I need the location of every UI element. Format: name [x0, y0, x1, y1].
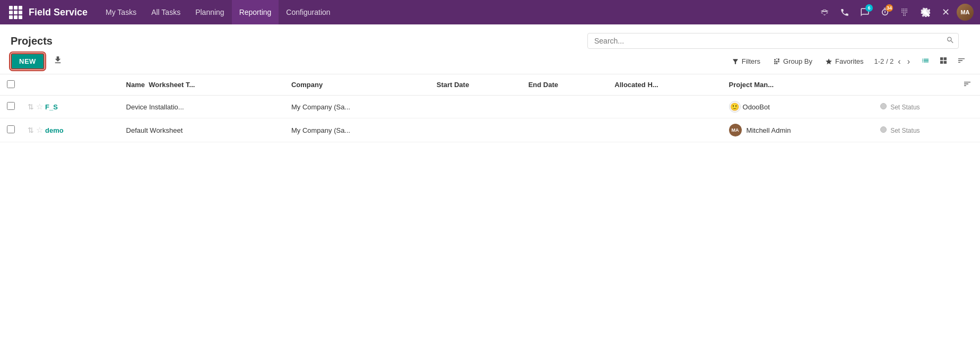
nav-icons-group: 6 34 ✕ MA [816, 3, 974, 21]
row1-checkbox[interactable] [7, 102, 15, 110]
nav-my-tasks[interactable]: My Tasks [98, 0, 144, 24]
filters-button[interactable]: Filters [726, 55, 766, 68]
search-icon[interactable] [946, 36, 955, 46]
col-name[interactable] [21, 74, 120, 96]
row2-status[interactable]: Set Status [874, 118, 980, 142]
nav-planning[interactable]: Planning [188, 0, 232, 24]
table-row: ⇅ ☆ demo Default Worksheet My Company (S… [0, 118, 980, 142]
col-end-date[interactable]: End Date [522, 74, 609, 96]
search-input[interactable] [587, 33, 959, 49]
column-settings-button[interactable] [953, 54, 969, 70]
row2-company: My Company (Sa... [285, 118, 430, 142]
group-by-label: Group By [783, 57, 812, 65]
col-company[interactable]: Company [285, 74, 430, 96]
row2-pm-name: Mitchell Admin [747, 126, 791, 134]
timer-badge: 34 [886, 4, 893, 12]
row2-checkbox-cell[interactable] [0, 118, 21, 142]
wrench-cross-icon-button[interactable]: ✕ [936, 3, 955, 21]
toolbar: NEW Filters Group By Favorites 1-2 / 2 ‹… [0, 49, 980, 74]
row2-controls-name: ⇅ ☆ demo [21, 118, 120, 142]
col-actions [874, 74, 980, 96]
kanban-view-button[interactable] [935, 54, 951, 70]
nav-all-tasks[interactable]: All Tasks [144, 0, 188, 24]
row1-drag-handle[interactable]: ⇅ [28, 102, 34, 111]
row2-drag-handle[interactable]: ⇅ [28, 126, 34, 134]
next-page-button[interactable]: › [905, 56, 912, 67]
user-avatar[interactable]: MA [957, 4, 974, 21]
list-view-button[interactable] [917, 54, 933, 70]
nav-reporting[interactable]: Reporting [232, 0, 279, 24]
favorites-label: Favorites [835, 57, 863, 65]
row1-worksheet: Device Installatio... [120, 96, 285, 118]
row2-name[interactable]: demo [45, 126, 64, 134]
row1-pm-avatar: 🙂 [729, 101, 741, 113]
group-by-button[interactable]: Group By [768, 55, 818, 68]
col-project-manager[interactable]: Project Man... [723, 74, 874, 96]
row1-name[interactable]: F_S [45, 103, 58, 111]
row1-status[interactable]: Set Status [874, 96, 980, 118]
row2-status-dot [880, 126, 887, 133]
row1-end-date [522, 96, 609, 118]
row1-allocated-h [608, 96, 722, 118]
row1-status-dot [880, 103, 887, 109]
chat-icon-button[interactable]: 6 [856, 3, 874, 21]
app-grid-button[interactable] [6, 3, 24, 21]
col-allocated-h[interactable]: Allocated H... [608, 74, 722, 96]
row1-start-date [430, 96, 522, 118]
row2-start-date [430, 118, 522, 142]
row1-checkbox-cell[interactable] [0, 96, 21, 118]
projects-table: Name Worksheet T... Company Start Date E… [0, 74, 980, 142]
export-button[interactable] [49, 53, 67, 70]
page-title: Projects [11, 35, 53, 47]
table-header-row: Name Worksheet T... Company Start Date E… [0, 74, 980, 96]
top-navigation: Field Service My Tasks All Tasks Plannin… [0, 0, 980, 24]
table-container: Name Worksheet T... Company Start Date E… [0, 74, 980, 142]
row1-pm-name: OdooBot [743, 103, 770, 111]
keypad-icon-button[interactable] [896, 3, 914, 21]
row1-controls-name: ⇅ ☆ F_S [21, 96, 120, 118]
row2-star[interactable]: ☆ [36, 125, 43, 135]
favorites-button[interactable]: Favorites [820, 55, 869, 68]
toolbar-right: Filters Group By Favorites 1-2 / 2 ‹ › [726, 54, 969, 70]
row1-project-manager: 🙂 OdooBot [723, 96, 874, 118]
pagination: 1-2 / 2 ‹ › [874, 56, 912, 67]
row1-star[interactable]: ☆ [36, 102, 43, 112]
row2-worksheet: Default Worksheet [120, 118, 285, 142]
row2-allocated-h [608, 118, 722, 142]
select-all-header[interactable] [0, 74, 21, 96]
main-content: Projects NEW Filters Group By Fav [0, 24, 980, 359]
row2-end-date [522, 118, 609, 142]
row2-status-text[interactable]: Set Status [890, 127, 920, 134]
col-start-date[interactable]: Start Date [430, 74, 522, 96]
settings-icon-button[interactable] [916, 3, 934, 21]
row1-status-text[interactable]: Set Status [890, 104, 920, 111]
grid-icon [9, 6, 22, 19]
search-bar [587, 33, 959, 49]
table-row: ⇅ ☆ F_S Device Installatio... My Company… [0, 96, 980, 118]
row2-pm-avatar: MA [729, 124, 742, 136]
app-title: Field Service [29, 7, 88, 18]
content-header: Projects [0, 24, 980, 49]
prev-page-button[interactable]: ‹ [896, 56, 903, 67]
row1-company: My Company (Sa... [285, 96, 430, 118]
chat-badge: 6 [865, 4, 873, 12]
nav-configuration[interactable]: Configuration [279, 0, 337, 24]
col-worksheet[interactable]: Name Worksheet T... [120, 74, 285, 96]
bug-icon-button[interactable] [816, 3, 834, 21]
timer-icon-button[interactable]: 34 [876, 3, 894, 21]
row2-checkbox[interactable] [7, 125, 15, 133]
phone-icon-button[interactable] [836, 3, 854, 21]
pagination-text: 1-2 / 2 [874, 57, 894, 65]
new-button[interactable]: NEW [11, 53, 45, 70]
row2-project-manager: MA Mitchell Admin [723, 118, 874, 142]
filters-label: Filters [742, 57, 760, 65]
select-all-checkbox[interactable] [7, 80, 15, 88]
